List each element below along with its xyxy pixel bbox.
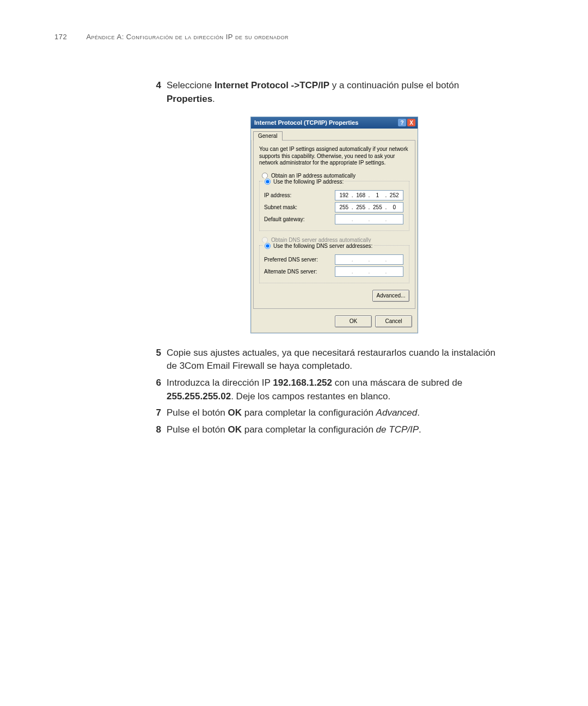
dialog-titlebar: Internet Protocol (TCP/IP) Properties ? … bbox=[251, 117, 418, 129]
ip-oct-4: 252 bbox=[388, 192, 401, 198]
ip-address-field[interactable]: 192. 168. 1. 252 bbox=[335, 190, 403, 200]
step-6-text-a: Introduzca la dirección IP bbox=[167, 378, 273, 388]
sn-oct-2: 255 bbox=[354, 204, 367, 210]
step-number: 7 bbox=[147, 406, 161, 420]
pref-dns-label: Preferred DNS server: bbox=[264, 257, 335, 263]
step-6-text-c: . Deje los campos restantes en blanco. bbox=[231, 391, 390, 401]
step-4: 4 Seleccione Internet Protocol ->TCP/IP … bbox=[147, 79, 506, 106]
page-number: 172 bbox=[54, 33, 84, 41]
default-gateway-field[interactable]: . . . bbox=[335, 214, 403, 224]
cancel-button[interactable]: Cancel bbox=[375, 315, 412, 327]
radio-use-dns-label: Use the following DNS server addresses: bbox=[273, 243, 372, 249]
close-icon: X bbox=[409, 120, 413, 126]
step-6-bold-2: 255.255.255.02 bbox=[167, 391, 231, 401]
tcpip-properties-dialog: Internet Protocol (TCP/IP) Properties ? … bbox=[250, 117, 418, 333]
step-8-text-a: Pulse el botón bbox=[167, 424, 228, 435]
step-7-bold: OK bbox=[228, 407, 242, 418]
ip-oct-2: 168 bbox=[354, 192, 367, 198]
dialog-description: You can get IP settings assigned automat… bbox=[259, 146, 409, 167]
header-title: Apéndice A: Configuración de la direcció… bbox=[86, 33, 289, 41]
dialog-panel: You can get IP settings assigned automat… bbox=[253, 140, 415, 309]
ok-button[interactable]: OK bbox=[335, 315, 372, 327]
alt-dns-field[interactable]: . . . bbox=[335, 266, 403, 277]
alt-dns-label: Alternate DNS server: bbox=[264, 269, 335, 275]
radio-use-ip-input[interactable] bbox=[265, 179, 271, 185]
step-4-text-c: . bbox=[212, 94, 215, 104]
step-number: 6 bbox=[147, 376, 161, 390]
step-6-bold-1: 192.168.1.252 bbox=[273, 378, 332, 388]
page-header: 172 Apéndice A: Configuración de la dire… bbox=[54, 33, 534, 41]
ip-oct-3: 1 bbox=[371, 192, 384, 198]
step-8: 8 Pulse el botón OK para completar la co… bbox=[147, 423, 506, 437]
step-6: 6 Introduzca la dirección IP 192.168.1.2… bbox=[147, 376, 506, 403]
step-number: 5 bbox=[147, 346, 161, 360]
radio-use-ip[interactable]: Use the following IP address: bbox=[263, 178, 345, 185]
step-4-text-a: Seleccione bbox=[167, 80, 215, 90]
step-4-text-b: y a continuación pulse el botón bbox=[329, 80, 459, 90]
sn-oct-3: 255 bbox=[371, 204, 384, 210]
radio-use-dns-input[interactable] bbox=[265, 243, 271, 249]
radio-use-ip-label: Use the following IP address: bbox=[273, 179, 344, 185]
sn-oct-4: 0 bbox=[388, 204, 401, 210]
step-7-text-b: para completar la configuración bbox=[242, 407, 376, 418]
question-icon: ? bbox=[400, 120, 403, 126]
step-5: 5 Copie sus ajustes actuales, ya que nec… bbox=[147, 346, 506, 373]
close-button[interactable]: X bbox=[407, 119, 415, 126]
step-number: 8 bbox=[147, 423, 161, 437]
step-5-text: Copie sus ajustes actuales, ya que neces… bbox=[167, 346, 506, 373]
ip-address-label: IP address: bbox=[264, 192, 335, 198]
tab-general[interactable]: General bbox=[253, 131, 283, 141]
help-button[interactable]: ? bbox=[398, 119, 406, 126]
step-number: 4 bbox=[147, 79, 161, 93]
ip-oct-1: 192 bbox=[338, 192, 351, 198]
step-7: 7 Pulse el botón OK para completar la co… bbox=[147, 406, 506, 420]
step-8-text-c: . bbox=[419, 424, 421, 435]
step-4-bold-1: Internet Protocol ->TCP/IP bbox=[215, 80, 329, 90]
subnet-mask-field[interactable]: 255. 255. 255. 0 bbox=[335, 202, 403, 212]
step-6-text-b: con una máscara de subred de bbox=[332, 378, 462, 388]
step-7-text-c: . bbox=[417, 407, 420, 418]
pref-dns-field[interactable]: . . . bbox=[335, 254, 403, 265]
default-gateway-label: Default gateway: bbox=[264, 216, 335, 222]
sn-oct-1: 255 bbox=[338, 204, 351, 210]
step-8-bold: OK bbox=[228, 424, 242, 435]
dialog-title: Internet Protocol (TCP/IP) Properties bbox=[254, 119, 358, 126]
step-7-text-a: Pulse el botón bbox=[167, 407, 228, 418]
step-4-bold-2: Properties bbox=[167, 94, 212, 104]
advanced-button[interactable]: Advanced... bbox=[372, 290, 409, 302]
radio-use-dns[interactable]: Use the following DNS server addresses: bbox=[263, 242, 373, 249]
step-8-italic: de TCP/IP bbox=[376, 424, 419, 435]
subnet-mask-label: Subnet mask: bbox=[264, 204, 335, 210]
step-7-italic: Advanced bbox=[376, 407, 418, 418]
step-8-text-b: para completar la configuración bbox=[242, 424, 376, 435]
